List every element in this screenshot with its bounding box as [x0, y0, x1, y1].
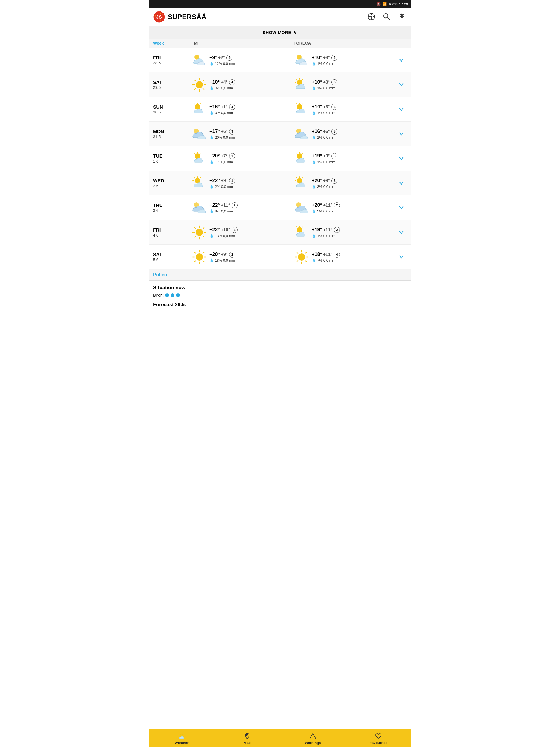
gear-icon: [398, 13, 406, 21]
fmi-precip: 💧 18% 0,0 mm: [209, 258, 235, 262]
svg-line-36: [297, 104, 297, 104]
fmi-precip-mm: 0,0 mm: [223, 258, 235, 262]
fmi-precip-pct: 1%: [215, 160, 220, 164]
svg-line-19: [195, 80, 196, 81]
fmi-drop-icon: 💧: [209, 258, 214, 262]
fmi-precip: 💧 2% 0,0 mm: [209, 185, 235, 189]
foreca-temp-high: +16°: [312, 129, 322, 134]
fmi-temp-high: +20°: [209, 252, 220, 257]
day-date: 28.5.: [153, 61, 192, 65]
fmi-precip: 💧 1% 0,0 mm: [209, 160, 235, 164]
fmi-temp-high: +22°: [209, 202, 220, 208]
foreca-forecast-details: +20° +11° 2 💧 5% 0,0 mm: [312, 202, 340, 213]
fmi-forecast-details: +20° +9° 2 💧 18% 0,0 mm: [209, 252, 235, 262]
foreca-wind-num: 4: [331, 104, 337, 110]
expand-chevron[interactable]: [396, 57, 407, 63]
expand-chevron[interactable]: [396, 180, 407, 186]
expand-chevron[interactable]: [396, 82, 407, 87]
fmi-forecast-details: +10° +4° 4 💧 0% 0,0 mm: [209, 79, 235, 90]
fmi-wind-num: 1: [229, 178, 235, 184]
mute-icon: 🔇: [376, 2, 381, 6]
svg-point-76: [196, 254, 203, 261]
day-name: FRI: [153, 228, 192, 233]
foreca-forecast-details: +16° +6° 5 💧 1% 0,0 mm: [312, 129, 337, 139]
svg-line-53: [194, 177, 195, 178]
fmi-temps: +22° +10° 1: [209, 227, 238, 233]
foreca-temps: +10° +3° 6: [312, 55, 337, 61]
svg-line-43: [194, 153, 195, 154]
foreca-weather-icon: [294, 175, 309, 191]
foreca-drop-icon: 💧: [312, 61, 316, 66]
location-button[interactable]: [366, 12, 376, 22]
expand-chevron[interactable]: [396, 131, 407, 137]
foreca-precip: 💧 1% 0,0 mm: [312, 61, 337, 66]
fmi-wind-num: 2: [232, 202, 238, 208]
day-cell: WED 2.6.: [153, 178, 192, 188]
fmi-forecast-details: +22° +10° 1 💧 13% 0,0 mm: [209, 227, 238, 238]
foreca-temp-low: +9°: [323, 178, 330, 183]
fmi-temp-high: +22°: [209, 178, 220, 183]
foreca-wind-num: 5: [331, 129, 337, 134]
fmi-forecast-cell: +10° +4° 4 💧 0% 0,0 mm: [192, 77, 294, 93]
foreca-temps: +20° +11° 2: [312, 202, 340, 208]
fmi-precip: 💧 0% 0,0 mm: [209, 111, 235, 115]
show-more-label: SHOW MORE: [263, 30, 291, 35]
day-name: THU: [153, 203, 192, 208]
table-row: SUN 30.5. +16° +1° 3 💧: [149, 97, 411, 122]
fmi-weather-icon: [192, 200, 207, 216]
foreca-forecast-cell: +10° +3° 6 💧 1% 0,0 mm: [294, 52, 396, 68]
show-more-bar[interactable]: SHOW MORE ∨: [149, 26, 411, 38]
fmi-forecast-cell: +17° +6° 3 💧 20% 0,0 mm: [192, 126, 294, 142]
foreca-temp-high: +20°: [312, 178, 322, 183]
foreca-precip: 💧 5% 0,0 mm: [312, 209, 340, 213]
fmi-forecast-cell: +22° +10° 1 💧 13% 0,0 mm: [192, 225, 294, 240]
fmi-weather-icon: [192, 151, 207, 166]
expand-chevron[interactable]: [396, 254, 407, 260]
expand-chevron[interactable]: [396, 107, 407, 112]
foreca-precip-pct: 1%: [317, 61, 322, 66]
day-name: WED: [153, 178, 192, 184]
foreca-wind-num: 3: [331, 153, 337, 159]
foreca-precip-mm: 0,0 mm: [324, 135, 335, 139]
day-date: 29.5.: [153, 85, 192, 90]
expand-chevron[interactable]: [396, 156, 407, 161]
fmi-precip-pct: 0%: [215, 111, 220, 115]
pollen-forecast-title: Forecast 29.5.: [153, 302, 407, 308]
table-row: SAT 29.5. +10° +4° 4: [149, 73, 411, 97]
foreca-temps: +14° +3° 4: [312, 104, 337, 110]
foreca-temps: +19° +9° 3: [312, 153, 337, 159]
app-name: SUPERSÄÄ: [168, 13, 206, 21]
foreca-drop-icon: 💧: [312, 209, 316, 213]
foreca-temp-low: +3°: [323, 104, 330, 109]
chevron-down-icon: [399, 230, 404, 235]
expand-chevron[interactable]: [396, 205, 407, 210]
svg-line-37: [302, 104, 303, 104]
fmi-temp-high: +9°: [209, 55, 217, 60]
foreca-precip-mm: 0,0 mm: [324, 185, 335, 189]
foreca-forecast-cell: +10° +3° 5 💧 1% 0,0 mm: [294, 77, 396, 93]
foreca-wind-num: 2: [334, 227, 340, 233]
expand-chevron[interactable]: [396, 230, 407, 235]
birch-dot-3: [176, 293, 180, 297]
settings-button[interactable]: [397, 12, 407, 22]
foreca-weather-icon: [294, 151, 309, 166]
fmi-precip-pct: 2%: [215, 185, 220, 189]
foreca-temps: +19° +11° 2: [312, 227, 340, 233]
fmi-temps: +22° +11° 2: [209, 202, 238, 208]
foreca-weather-icon: [294, 77, 309, 93]
time-display: 17:00: [399, 2, 408, 6]
fmi-weather-icon: [192, 52, 207, 68]
foreca-wind-num: 4: [334, 252, 340, 258]
fmi-weather-icon: [192, 249, 207, 265]
fmi-temps: +22° +9° 1: [209, 178, 235, 184]
table-header: Week FMI FORECA: [149, 38, 411, 48]
fmi-precip: 💧 8% 0,0 mm: [209, 209, 238, 213]
fmi-temps: +10° +4° 4: [209, 79, 235, 85]
foreca-drop-icon: 💧: [312, 86, 316, 90]
foreca-precip-mm: 0,0 mm: [324, 111, 335, 115]
foreca-drop-icon: 💧: [312, 185, 316, 189]
foreca-temps: +10° +3° 5: [312, 79, 337, 85]
foreca-precip-mm: 0,0 mm: [324, 234, 335, 238]
foreca-forecast-cell: +19° +9° 3 💧 1% 0,0 mm: [294, 151, 396, 166]
search-button[interactable]: [382, 12, 391, 22]
